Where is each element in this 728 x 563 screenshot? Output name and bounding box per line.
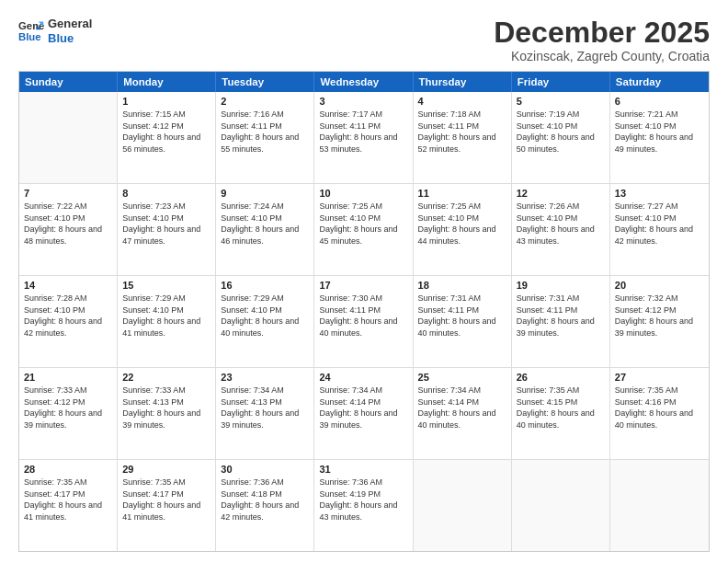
calendar-cell: 12Sunrise: 7:26 AMSunset: 4:10 PMDayligh… <box>512 184 610 275</box>
calendar-cell: 7Sunrise: 7:22 AMSunset: 4:10 PMDaylight… <box>19 184 118 275</box>
location: Kozinscak, Zagreb County, Croatia <box>494 49 710 63</box>
day-number: 14 <box>24 280 112 291</box>
cell-info: Sunrise: 7:30 AMSunset: 4:11 PMDaylight:… <box>319 293 407 339</box>
cell-info: Sunrise: 7:25 AMSunset: 4:10 PMDaylight:… <box>319 201 407 247</box>
day-number: 11 <box>418 188 506 199</box>
cell-info: Sunrise: 7:35 AMSunset: 4:17 PMDaylight:… <box>122 477 210 523</box>
day-number: 26 <box>517 372 605 383</box>
calendar: SundayMondayTuesdayWednesdayThursdayFrid… <box>18 71 710 552</box>
day-number: 25 <box>418 372 506 383</box>
calendar-cell: 20Sunrise: 7:32 AMSunset: 4:12 PMDayligh… <box>610 276 709 367</box>
day-number: 10 <box>319 188 407 199</box>
page: General Blue General Blue December 2025 … <box>0 0 728 563</box>
day-number: 4 <box>418 96 506 107</box>
calendar-cell: 4Sunrise: 7:18 AMSunset: 4:11 PMDaylight… <box>414 92 512 183</box>
cell-info: Sunrise: 7:31 AMSunset: 4:11 PMDaylight:… <box>517 293 605 339</box>
header-day-wednesday: Wednesday <box>314 72 413 92</box>
cell-info: Sunrise: 7:35 AMSunset: 4:16 PMDaylight:… <box>615 385 704 431</box>
cell-info: Sunrise: 7:34 AMSunset: 4:14 PMDaylight:… <box>319 385 407 431</box>
calendar-cell: 6Sunrise: 7:21 AMSunset: 4:10 PMDaylight… <box>610 92 709 183</box>
calendar-cell: 25Sunrise: 7:34 AMSunset: 4:14 PMDayligh… <box>414 368 512 459</box>
calendar-row-4: 28Sunrise: 7:35 AMSunset: 4:17 PMDayligh… <box>19 460 709 551</box>
calendar-cell: 17Sunrise: 7:30 AMSunset: 4:11 PMDayligh… <box>314 276 413 367</box>
calendar-cell: 29Sunrise: 7:35 AMSunset: 4:17 PMDayligh… <box>118 460 216 551</box>
cell-info: Sunrise: 7:22 AMSunset: 4:10 PMDaylight:… <box>24 201 112 247</box>
cell-info: Sunrise: 7:35 AMSunset: 4:15 PMDaylight:… <box>517 385 605 431</box>
cell-info: Sunrise: 7:24 AMSunset: 4:10 PMDaylight:… <box>221 201 309 247</box>
calendar-cell: 21Sunrise: 7:33 AMSunset: 4:12 PMDayligh… <box>19 368 118 459</box>
calendar-cell: 28Sunrise: 7:35 AMSunset: 4:17 PMDayligh… <box>19 460 118 551</box>
cell-info: Sunrise: 7:29 AMSunset: 4:10 PMDaylight:… <box>122 293 210 339</box>
day-number: 16 <box>221 280 309 291</box>
day-number: 23 <box>221 372 309 383</box>
day-number: 29 <box>122 464 210 475</box>
cell-info: Sunrise: 7:36 AMSunset: 4:18 PMDaylight:… <box>221 477 309 523</box>
header-day-saturday: Saturday <box>610 72 709 92</box>
calendar-cell <box>414 460 512 551</box>
calendar-row-2: 14Sunrise: 7:28 AMSunset: 4:10 PMDayligh… <box>19 276 709 368</box>
calendar-header: SundayMondayTuesdayWednesdayThursdayFrid… <box>19 72 709 92</box>
day-number: 18 <box>418 280 506 291</box>
cell-info: Sunrise: 7:28 AMSunset: 4:10 PMDaylight:… <box>24 293 112 339</box>
day-number: 17 <box>319 280 407 291</box>
calendar-cell: 1Sunrise: 7:15 AMSunset: 4:12 PMDaylight… <box>118 92 216 183</box>
cell-info: Sunrise: 7:15 AMSunset: 4:12 PMDaylight:… <box>122 109 210 155</box>
header-day-friday: Friday <box>512 72 610 92</box>
svg-text:Blue: Blue <box>18 30 41 41</box>
day-number: 28 <box>24 464 112 475</box>
calendar-cell: 31Sunrise: 7:36 AMSunset: 4:19 PMDayligh… <box>314 460 413 551</box>
day-number: 30 <box>221 464 309 475</box>
day-number: 24 <box>319 372 407 383</box>
cell-info: Sunrise: 7:35 AMSunset: 4:17 PMDaylight:… <box>24 477 112 523</box>
calendar-cell <box>610 460 709 551</box>
cell-info: Sunrise: 7:16 AMSunset: 4:11 PMDaylight:… <box>221 109 309 155</box>
cell-info: Sunrise: 7:17 AMSunset: 4:11 PMDaylight:… <box>319 109 407 155</box>
cell-info: Sunrise: 7:26 AMSunset: 4:10 PMDaylight:… <box>517 201 605 247</box>
day-number: 21 <box>24 372 112 383</box>
calendar-cell <box>19 92 118 183</box>
title-block: December 2025 Kozinscak, Zagreb County, … <box>494 17 710 63</box>
cell-info: Sunrise: 7:29 AMSunset: 4:10 PMDaylight:… <box>221 293 309 339</box>
calendar-cell: 26Sunrise: 7:35 AMSunset: 4:15 PMDayligh… <box>512 368 610 459</box>
day-number: 1 <box>122 96 210 107</box>
header-day-monday: Monday <box>118 72 216 92</box>
cell-info: Sunrise: 7:34 AMSunset: 4:13 PMDaylight:… <box>221 385 309 431</box>
logo-blue: Blue <box>48 31 92 46</box>
calendar-cell: 2Sunrise: 7:16 AMSunset: 4:11 PMDaylight… <box>216 92 314 183</box>
calendar-cell: 27Sunrise: 7:35 AMSunset: 4:16 PMDayligh… <box>610 368 709 459</box>
day-number: 31 <box>319 464 407 475</box>
month-title: December 2025 <box>494 17 710 49</box>
cell-info: Sunrise: 7:33 AMSunset: 4:12 PMDaylight:… <box>24 385 112 431</box>
calendar-cell: 13Sunrise: 7:27 AMSunset: 4:10 PMDayligh… <box>610 184 709 275</box>
day-number: 8 <box>122 188 210 199</box>
header-day-thursday: Thursday <box>414 72 512 92</box>
day-number: 15 <box>122 280 210 291</box>
cell-info: Sunrise: 7:36 AMSunset: 4:19 PMDaylight:… <box>319 477 407 523</box>
day-number: 20 <box>615 280 704 291</box>
calendar-cell: 5Sunrise: 7:19 AMSunset: 4:10 PMDaylight… <box>512 92 610 183</box>
calendar-cell <box>512 460 610 551</box>
day-number: 5 <box>517 96 605 107</box>
calendar-cell: 10Sunrise: 7:25 AMSunset: 4:10 PMDayligh… <box>314 184 413 275</box>
cell-info: Sunrise: 7:33 AMSunset: 4:13 PMDaylight:… <box>122 385 210 431</box>
cell-info: Sunrise: 7:27 AMSunset: 4:10 PMDaylight:… <box>615 201 704 247</box>
calendar-cell: 22Sunrise: 7:33 AMSunset: 4:13 PMDayligh… <box>118 368 216 459</box>
day-number: 13 <box>615 188 704 199</box>
cell-info: Sunrise: 7:31 AMSunset: 4:11 PMDaylight:… <box>418 293 506 339</box>
day-number: 6 <box>615 96 704 107</box>
cell-info: Sunrise: 7:21 AMSunset: 4:10 PMDaylight:… <box>615 109 704 155</box>
day-number: 2 <box>221 96 309 107</box>
calendar-cell: 19Sunrise: 7:31 AMSunset: 4:11 PMDayligh… <box>512 276 610 367</box>
calendar-cell: 3Sunrise: 7:17 AMSunset: 4:11 PMDaylight… <box>314 92 413 183</box>
header: General Blue General Blue December 2025 … <box>18 17 710 63</box>
calendar-row-1: 7Sunrise: 7:22 AMSunset: 4:10 PMDaylight… <box>19 184 709 276</box>
cell-info: Sunrise: 7:25 AMSunset: 4:10 PMDaylight:… <box>418 201 506 247</box>
cell-info: Sunrise: 7:23 AMSunset: 4:10 PMDaylight:… <box>122 201 210 247</box>
day-number: 7 <box>24 188 112 199</box>
cell-info: Sunrise: 7:32 AMSunset: 4:12 PMDaylight:… <box>615 293 704 339</box>
calendar-cell: 16Sunrise: 7:29 AMSunset: 4:10 PMDayligh… <box>216 276 314 367</box>
logo: General Blue General Blue <box>18 17 92 45</box>
calendar-cell: 14Sunrise: 7:28 AMSunset: 4:10 PMDayligh… <box>19 276 118 367</box>
cell-info: Sunrise: 7:18 AMSunset: 4:11 PMDaylight:… <box>418 109 506 155</box>
header-day-sunday: Sunday <box>19 72 118 92</box>
